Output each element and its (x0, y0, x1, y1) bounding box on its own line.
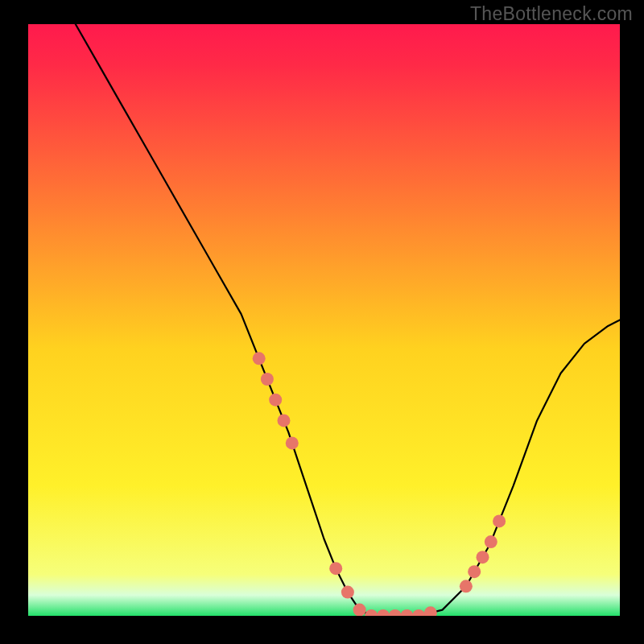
highlight-dot (278, 414, 291, 427)
highlight-dot (261, 373, 274, 386)
plot-background (28, 24, 620, 616)
highlight-dot (269, 394, 282, 407)
highlight-dot (460, 580, 473, 592)
highlight-dot (468, 565, 481, 578)
highlight-dot (253, 352, 266, 365)
highlight-dot (477, 551, 489, 564)
highlight-dot (341, 586, 354, 599)
watermark-label: TheBottleneck.com (470, 3, 633, 25)
highlight-dot (286, 436, 299, 449)
highlight-dot (329, 562, 342, 575)
bottleneck-chart (0, 0, 644, 644)
highlight-dot (485, 535, 497, 548)
highlight-dot (493, 514, 506, 527)
chart-container: TheBottleneck.com (0, 0, 644, 644)
highlight-dot (353, 604, 366, 617)
